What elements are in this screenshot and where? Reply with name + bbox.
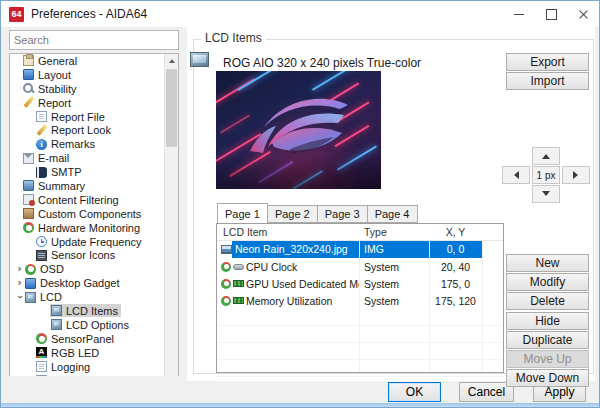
- sidebar-item-osd[interactable]: OSD: [10, 262, 178, 276]
- sidebar-item-lcd-options[interactable]: LCD Options: [10, 318, 178, 332]
- sidebar-item-label: Remarks: [51, 138, 95, 150]
- sidebar-item-custom-components[interactable]: Custom Components: [10, 207, 178, 221]
- document-icon: [36, 361, 47, 372]
- sidebar-item-label: Layout: [38, 69, 71, 81]
- ok-button[interactable]: OK: [388, 382, 441, 402]
- neon-line: [229, 151, 271, 177]
- sidebar-item-label: Stability: [38, 83, 77, 95]
- sidebar-item-report-look[interactable]: Report Look: [10, 123, 178, 137]
- new-button[interactable]: New: [506, 254, 589, 272]
- column-separator: [359, 240, 360, 372]
- export-button[interactable]: Export: [506, 53, 589, 71]
- monitor-icon: [23, 180, 34, 191]
- sidebar-item-logging[interactable]: Logging: [10, 360, 178, 374]
- scrollbar-thumb[interactable]: [166, 69, 177, 147]
- nudge-down-button[interactable]: [532, 185, 560, 203]
- book-icon: [36, 167, 47, 178]
- neon-line: [216, 133, 262, 163]
- sidebar-item-stability[interactable]: Stability: [10, 82, 178, 96]
- neon-line: [258, 161, 293, 183]
- sidebar-item-content-filtering[interactable]: Content Filtering: [10, 193, 178, 207]
- sidebar-item-hardware-monitoring[interactable]: Hardware Monitoring: [10, 221, 178, 235]
- sidebar-item-report[interactable]: Report: [10, 96, 178, 110]
- sidebar-item-summary[interactable]: Summary: [10, 179, 178, 193]
- tab-page-3[interactable]: Page 3: [318, 205, 368, 223]
- page-tabs: Page 1 Page 2 Page 3 Page 4: [217, 203, 418, 223]
- sidebar-item-layout[interactable]: Layout: [10, 68, 178, 82]
- sidebar-item-label: RGB LED: [51, 347, 99, 359]
- close-button[interactable]: [567, 1, 599, 27]
- sidebar-item-rgb-led[interactable]: RGB LED: [10, 346, 178, 360]
- aida64-logo-icon: 64: [9, 7, 24, 22]
- sidebar-item-label: Sensor Icons: [51, 249, 115, 261]
- sidebar-item-remarks[interactable]: Remarks: [10, 137, 178, 151]
- table-empty-row: [217, 309, 503, 326]
- move-down-button[interactable]: Move Down: [506, 369, 589, 387]
- sidebar-item-sensorpanel[interactable]: SensorPanel: [10, 332, 178, 346]
- table-row[interactable]: Neon Rain_320x240.jpg IMG 0, 0: [217, 241, 503, 258]
- ram-icon: [233, 297, 244, 304]
- sidebar-item-smtp[interactable]: SMTP: [10, 165, 178, 179]
- cell-type: System: [359, 295, 429, 307]
- document-icon: [36, 111, 47, 122]
- sidebar-item-label: Summary: [38, 180, 85, 192]
- pencil-icon: [23, 97, 34, 108]
- sidebar-item-label: Custom Components: [38, 208, 141, 220]
- info-icon: [36, 139, 47, 150]
- nudge-right-button[interactable]: [562, 166, 590, 184]
- import-button[interactable]: Import: [506, 72, 589, 90]
- sidebar-item-email[interactable]: E-mail: [10, 151, 178, 165]
- sidebar-item-label: E-mail: [38, 152, 69, 164]
- scroll-up-button[interactable]: [165, 54, 178, 67]
- sidebar-item-update-frequency[interactable]: Update Frequency: [10, 235, 178, 249]
- table-row[interactable]: GPU Used Dedicated Me... System 175, 0: [217, 275, 503, 292]
- delete-button[interactable]: Delete: [506, 292, 589, 310]
- minimize-button[interactable]: [503, 1, 535, 27]
- tab-page-2[interactable]: Page 2: [268, 205, 318, 223]
- cell-lcd-item: GPU Used Dedicated Me...: [246, 278, 359, 290]
- table-empty-row: [217, 326, 503, 343]
- nudge-left-button[interactable]: [502, 166, 530, 184]
- filter-icon: [23, 194, 34, 205]
- table-row[interactable]: Memory Utilization System 175, 120: [217, 292, 503, 309]
- sidebar-item-label: LCD Items: [66, 305, 118, 317]
- table-row[interactable]: CPU Clock System 20, 40: [217, 258, 503, 275]
- maximize-button[interactable]: [535, 1, 567, 27]
- search-input[interactable]: [9, 30, 179, 50]
- tab-page-1[interactable]: Page 1: [217, 203, 268, 223]
- neon-line: [322, 82, 359, 105]
- tab-page-4[interactable]: Page 4: [368, 205, 418, 223]
- pencil-icon: [36, 125, 47, 136]
- lcd-icon: [51, 305, 62, 316]
- lcd-icon: [25, 292, 36, 303]
- neon-line: [237, 71, 285, 91]
- sidebar-item-lcd[interactable]: LCD: [10, 290, 178, 304]
- sidebar-item-desktop-gadget[interactable]: Desktop Gadget: [10, 276, 178, 290]
- chevron-down-icon[interactable]: [14, 293, 26, 302]
- sidebar-item-label: Content Filtering: [38, 194, 119, 206]
- magnifier-icon: [23, 83, 34, 94]
- sidebar-item-lcd-items[interactable]: LCD Items: [10, 304, 178, 318]
- nudge-up-button[interactable]: [532, 147, 560, 165]
- sidebar-item-general[interactable]: General: [10, 54, 178, 68]
- sidebar-item-label: General: [38, 55, 77, 67]
- column-separator: [482, 240, 483, 372]
- duplicate-button[interactable]: Duplicate: [506, 331, 589, 349]
- sidebar-item-report-file[interactable]: Report File: [10, 110, 178, 124]
- column-header-type[interactable]: Type: [359, 226, 429, 238]
- column-header-xy[interactable]: X, Y: [429, 226, 482, 238]
- chevron-right-icon[interactable]: [15, 277, 24, 289]
- tree-scrollbar[interactable]: [164, 54, 178, 403]
- box-icon: [23, 208, 34, 219]
- chevron-right-icon[interactable]: [15, 263, 24, 275]
- sidebar-item-label: Desktop Gadget: [40, 277, 120, 289]
- gauge-icon: [221, 296, 231, 306]
- scroll-up-icon: [169, 56, 175, 63]
- sidebar-item-sensor-icons[interactable]: Sensor Icons: [10, 248, 178, 262]
- hide-button[interactable]: Hide: [506, 312, 589, 330]
- neon-line: [337, 145, 377, 170]
- window-title: Preferences - AIDA64: [31, 7, 147, 21]
- modify-button[interactable]: Modify: [506, 273, 589, 291]
- monitor-icon: [23, 69, 34, 80]
- column-header-lcd-item[interactable]: LCD Item: [217, 226, 359, 238]
